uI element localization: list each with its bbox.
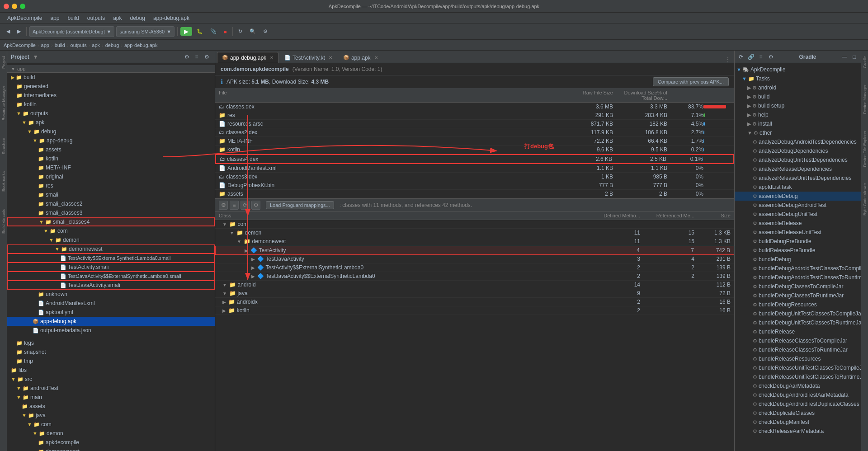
tree-androidmanifest[interactable]: 📄 AndroidManifest.xml bbox=[7, 299, 215, 308]
gradle-task-item[interactable]: ⚙bundleDebugUnitTestClassesToCompileJar bbox=[735, 309, 861, 318]
gradle-task-item[interactable]: ⚙assembleReleaseUnitTest bbox=[735, 228, 861, 237]
breadcrumb-item-3[interactable]: outputs bbox=[71, 42, 87, 48]
device-file-explorer-tab[interactable]: Device File Explorer bbox=[862, 127, 868, 171]
gradle-task-item[interactable]: ⚙bundleReleaseUnitTestClassesToCompileJa… bbox=[735, 363, 861, 372]
project-side-tab[interactable]: Project bbox=[0, 52, 7, 72]
class-toolbar-btn1[interactable]: ⚙ bbox=[219, 201, 228, 210]
toolbar-back[interactable]: ◀ bbox=[4, 26, 13, 37]
tree-smali2[interactable]: 📁 smali_classes2 bbox=[7, 199, 215, 208]
gradle-task-item[interactable]: ⚙checkDebugManifest bbox=[735, 418, 861, 427]
tab-close-apk[interactable]: ✕ bbox=[270, 55, 274, 60]
file-row[interactable]: 📁 META-INF 72.2 KB 66.4 KB 1.7% bbox=[215, 137, 734, 146]
tree-java[interactable]: ▼ 📁 java bbox=[7, 411, 215, 420]
gradle-task-item[interactable]: ⚙bundleDebugClassesToRuntimeJar bbox=[735, 291, 861, 300]
gradle-task-item[interactable]: ⚙analyzeReleaseDependencies bbox=[735, 164, 861, 174]
tree-apktool[interactable]: 📄 apktool.yml bbox=[7, 308, 215, 317]
gradle-other[interactable]: ▼ ⚙ other bbox=[735, 128, 861, 137]
breadcrumb-item-1[interactable]: app bbox=[41, 42, 49, 48]
file-row[interactable]: 📄 DebugProbesKt.bin 777 B 777 B 0% bbox=[215, 181, 734, 190]
menu-outputs[interactable]: outputs bbox=[84, 14, 108, 22]
tree-original[interactable]: 📁 original bbox=[7, 172, 215, 181]
menu-apkdecompile[interactable]: ApkDecompile bbox=[4, 14, 46, 22]
search-button[interactable]: 🔍 bbox=[247, 26, 259, 37]
gradle-task-item[interactable]: ⚙bundleDebugResources bbox=[735, 300, 861, 309]
tree-apk[interactable]: ▼ 📁 apk bbox=[7, 118, 215, 127]
project-dropdown-arrow[interactable]: ▼ bbox=[33, 54, 38, 60]
gradle-expand-btn[interactable]: ≡ bbox=[756, 52, 765, 61]
gradle-root[interactable]: ▼ 🐘 ApkDecompile bbox=[735, 65, 861, 74]
tree-assets2[interactable]: 📁 assets bbox=[7, 402, 215, 411]
gradle-task-item[interactable]: ⚙bundleReleaseResources bbox=[735, 354, 861, 363]
breadcrumb-item-4[interactable]: apk bbox=[92, 42, 100, 48]
file-row[interactable]: 🗂 classes.dex 3.6 MB 3.3 MB 83.7% bbox=[215, 103, 734, 111]
file-row[interactable]: 📁 assets 2 B 2 B 0% bbox=[215, 190, 734, 198]
gradle-tasks-group[interactable]: ▼ 📁 Tasks bbox=[735, 74, 861, 83]
gradle-task-item[interactable]: ⚙analyzeDebugAndroidTestDependencies bbox=[735, 137, 861, 146]
breadcrumb-item-2[interactable]: build bbox=[55, 42, 65, 48]
gradle-task-item[interactable]: ⚙assembleDebug bbox=[735, 192, 861, 201]
breadcrumb-item-5[interactable]: debug bbox=[105, 42, 119, 48]
close-button[interactable] bbox=[4, 4, 9, 9]
tree-testjava-ext[interactable]: 📄 TestJavaActivity$$ExternalSyntheticLam… bbox=[7, 272, 215, 281]
class-row[interactable]: ▼ 📁 java 9 72 B bbox=[215, 289, 734, 298]
class-row[interactable]: ▶ 🔷 TestJavaActivity$$ExternalSyntheticL… bbox=[215, 272, 734, 281]
tree-smali3[interactable]: 📁 smali_classes3 bbox=[7, 208, 215, 217]
gradle-task-item[interactable]: ⚙analyzeDebugUnitTestDependencies bbox=[735, 155, 861, 164]
gradle-task-item[interactable]: ⚙checkReleaseAarMetadata bbox=[735, 427, 861, 436]
toolbar-forward[interactable]: ▶ bbox=[14, 26, 24, 37]
class-row[interactable]: ▶ 📁 kotlin 2 16 B bbox=[215, 306, 734, 315]
gradle-task-item[interactable]: ⚙analyzeReleaseUnitTestDependencies bbox=[735, 174, 861, 183]
gradle-task-item[interactable]: ⚙bundleRelease bbox=[735, 327, 861, 336]
file-row[interactable]: 📁 kotlin 9.6 KB 9.5 KB 0.2% bbox=[215, 146, 734, 154]
gradle-side-tab[interactable]: Gradle bbox=[862, 52, 868, 72]
file-row[interactable]: 🗂 classes4.dex 2.6 KB 2.5 KB 0.1% bbox=[215, 154, 734, 164]
sync-button[interactable]: ↻ bbox=[236, 26, 245, 37]
tree-src[interactable]: ▼ 📁 src bbox=[7, 375, 215, 384]
gradle-maximize-btn[interactable]: □ bbox=[850, 52, 859, 61]
stop-button[interactable]: ■ bbox=[221, 26, 230, 37]
bytecode-viewer-tab[interactable]: Byte Code Viewer bbox=[862, 179, 868, 219]
project-dropdown[interactable]: ApkDecompile [assembleDebug] ▼ bbox=[29, 26, 114, 37]
tree-kotlin2[interactable]: 📁 kotlin bbox=[7, 154, 215, 163]
file-row[interactable]: 🗂 classes2.dex 117.9 KB 106.8 KB 2.7% bbox=[215, 128, 734, 137]
run-button[interactable]: ▶ bbox=[180, 27, 192, 36]
tree-assets[interactable]: 📁 assets bbox=[7, 145, 215, 154]
breadcrumb-item-6[interactable]: app-debug.apk bbox=[124, 42, 157, 48]
menu-apk[interactable]: apk bbox=[109, 14, 125, 22]
gradle-task-item[interactable]: ⚙analyzeDebugDependencies bbox=[735, 146, 861, 155]
gradle-task-item[interactable]: ⚙checkDebugAndroidTestDuplicateClasses bbox=[735, 399, 861, 409]
gradle-task-item[interactable]: ⚙bundleReleaseUnitTestClassesToRuntimeJa… bbox=[735, 372, 861, 381]
settings-button[interactable]: ⚙ bbox=[260, 26, 270, 37]
file-row[interactable]: 🗂 classes3.dex 1 KB 985 B 0% bbox=[215, 173, 734, 181]
menu-debug[interactable]: debug bbox=[127, 14, 149, 22]
gradle-task-item[interactable]: ⚙appIdListTask bbox=[735, 183, 861, 192]
tree-debug[interactable]: ▼ 📁 debug bbox=[7, 127, 215, 136]
device-manager-tab[interactable]: Device Manager bbox=[862, 81, 868, 118]
tree-unknown[interactable]: 📁 unknown bbox=[7, 290, 215, 299]
tree-build[interactable]: ▶ 📁 build bbox=[7, 73, 215, 82]
tree-res[interactable]: 📁 res bbox=[7, 181, 215, 190]
tab-testactivity[interactable]: 📄 TestActivity.kt ✕ bbox=[279, 52, 337, 63]
gradle-task-item[interactable]: ⚙bundleDebugUnitTestClassesToRuntimeJar bbox=[735, 318, 861, 327]
class-row[interactable]: ▼ 📁 demon 11 15 1.3 KB bbox=[215, 229, 734, 237]
gradle-task-item[interactable]: ⚙buildReleasePreBundle bbox=[735, 246, 861, 255]
gradle-task-item[interactable]: ⚙bundleDebugAndroidTestClassesToRuntimeJ… bbox=[735, 273, 861, 282]
gradle-link-btn[interactable]: 🔗 bbox=[746, 52, 755, 61]
tab-apk[interactable]: 📦 app-debug.apk ✕ bbox=[217, 52, 278, 63]
gradle-task-item[interactable]: ⚙bundleReleaseClassesToRuntimeJar bbox=[735, 345, 861, 354]
tree-intermediates[interactable]: 📁 intermediates bbox=[7, 91, 215, 100]
load-proguard-btn[interactable]: Load Proguard mappings... bbox=[266, 201, 334, 209]
gradle-settings-btn[interactable]: ⚙ bbox=[766, 52, 775, 61]
tree-kotlin[interactable]: 📁 kotlin bbox=[7, 100, 215, 109]
minimize-button[interactable] bbox=[12, 4, 17, 9]
class-row[interactable]: ▼ 📁 android 14 112 B bbox=[215, 281, 734, 289]
tree-app-debug-folder[interactable]: ▼ 📁 app-debug bbox=[7, 136, 215, 145]
debug-button[interactable]: 🐛 bbox=[194, 26, 206, 37]
gradle-task-item[interactable]: ⚙bundleDebug bbox=[735, 255, 861, 264]
gradle-install[interactable]: ▶ ⚙ install bbox=[735, 119, 861, 128]
gradle-task-item[interactable]: ⚙assembleRelease bbox=[735, 219, 861, 228]
class-row[interactable]: ▶ 🔷 TestActivity 4 7 742 B bbox=[215, 246, 734, 255]
tab-close-appapk[interactable]: ✕ bbox=[374, 55, 378, 60]
breadcrumb-item-0[interactable]: ApkDecompile bbox=[4, 42, 36, 48]
class-row[interactable]: ▼ 📁 demonnewest 11 15 1.3 KB bbox=[215, 237, 734, 246]
